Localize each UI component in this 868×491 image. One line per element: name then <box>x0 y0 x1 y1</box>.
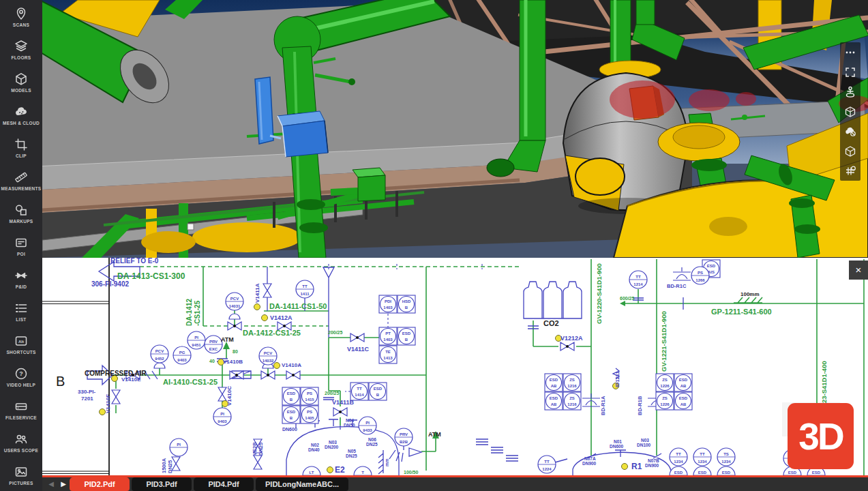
valve-icon <box>14 268 29 283</box>
grid-measure-button[interactable] <box>840 161 860 181</box>
tab-pid3[interactable]: PID3.Pdf <box>132 477 192 491</box>
svg-text:1226: 1226 <box>660 384 670 388</box>
svg-text:1224: 1224 <box>542 467 552 471</box>
svg-text:BD-R1A: BD-R1A <box>600 396 606 415</box>
svg-text:ESD: ESD <box>722 471 731 475</box>
sidebar-item-pictures[interactable]: PICTURES <box>0 458 42 491</box>
svg-text:330-PI-: 330-PI- <box>78 389 96 395</box>
svg-text:PRV: PRV <box>400 432 408 436</box>
svg-text:ESD: ESD <box>698 471 707 475</box>
svg-text:DN40: DN40 <box>308 447 320 452</box>
fullscreen-button[interactable] <box>840 62 860 82</box>
svg-text:PG: PG <box>179 351 185 355</box>
sidebar-item-pid[interactable]: P&ID <box>0 262 42 295</box>
sidebar-item-shortcuts[interactable]: Alt SHORTCUTS <box>0 327 42 360</box>
pid-panel[interactable]: PDI1403HSDBPT1403ESDBTE1413TT1414ESDBESD… <box>42 258 868 475</box>
svg-text:PCV: PCV <box>155 349 164 353</box>
grid-measure-icon <box>843 164 857 178</box>
svg-text:200/25: 200/25 <box>328 330 343 335</box>
tabs-scroll-left-button[interactable]: ◀ <box>45 477 57 490</box>
model-cube-icon <box>843 145 857 158</box>
svg-text:N04: N04 <box>346 418 354 423</box>
svg-text:306-PI-9402: 306-PI-9402 <box>91 280 129 288</box>
svg-text:HSD: HSD <box>402 299 411 303</box>
sidebar-item-clip[interactable]: CLIP <box>0 131 42 164</box>
sidebar-item-fileservice[interactable]: FILESERVICE <box>0 393 42 426</box>
list-icon <box>14 301 29 316</box>
svg-text:DN900: DN900 <box>645 463 659 468</box>
svg-text:RELIEF TO E-0: RELIEF TO E-0 <box>110 258 159 265</box>
svg-text:V1410E: V1410E <box>121 376 141 383</box>
svg-text:T: T <box>361 471 364 475</box>
svg-text:ID1211: ID1211 <box>614 371 620 387</box>
tab-pid-long-name[interactable]: PIDLongNameABC... <box>256 477 348 491</box>
sidebar-item-markups[interactable]: MARKUPS <box>0 196 42 229</box>
svg-text:PRV: PRV <box>209 340 218 344</box>
svg-text:BD-R1C: BD-R1C <box>667 283 687 289</box>
svg-text:N02: N02 <box>311 443 319 447</box>
svg-text:PS: PS <box>307 391 312 396</box>
sidebar-item-label: USERS SCOPE <box>4 448 38 453</box>
more-button[interactable] <box>840 42 860 62</box>
svg-text:ESD: ESD <box>679 396 688 400</box>
more-icon <box>843 46 857 59</box>
close-pid-button[interactable]: × <box>849 261 868 280</box>
svg-text:DN600: DN600 <box>610 444 624 449</box>
document-tabbar: ◀ ▶ PID2.Pdf PID3.Pdf PID4.Pdf PIDLongNa… <box>42 475 868 491</box>
sidebar-item-measurements[interactable]: MEASUREMENTS <box>0 164 42 196</box>
svg-text:?: ? <box>19 370 23 377</box>
box-view-icon <box>843 105 857 119</box>
svg-text:1500A: 1500A <box>161 458 167 473</box>
sidebar-item-floors[interactable]: FLOORS <box>0 33 42 65</box>
svg-text:TT: TT <box>635 275 641 279</box>
svg-text:N03: N03 <box>329 440 337 445</box>
sidebar-item-video-help[interactable]: ? VIDEO HELP <box>0 360 42 393</box>
svg-text:9452: 9452 <box>155 357 164 361</box>
sidebar-item-label: CLIP <box>16 153 27 158</box>
svg-text:PDI: PDI <box>385 299 391 303</box>
viewport-3d[interactable] <box>42 0 868 258</box>
walk-mode-button[interactable] <box>840 82 860 102</box>
svg-text:V1410C: V1410C <box>226 386 233 406</box>
crop-icon <box>14 137 29 152</box>
svg-text:BD-R1B: BD-R1B <box>637 396 643 415</box>
svg-text:GV-1221-S41D1-900: GV-1221-S41D1-900 <box>660 311 668 372</box>
model-cube-button[interactable] <box>840 141 860 161</box>
sidebar-item-label: MESH & CLOUD <box>3 121 40 125</box>
svg-text:N07B: N07B <box>648 458 659 463</box>
tab-pid4[interactable]: PID4.Pdf <box>194 477 254 491</box>
svg-text:1216: 1216 <box>567 402 577 406</box>
svg-text:ESD: ESD <box>402 331 411 336</box>
sidebar-item-label: PICTURES <box>9 481 33 486</box>
sidebar-item-label: FILESERVICE <box>5 415 37 420</box>
svg-text:N05: N05 <box>348 449 356 453</box>
svg-text:B: B <box>376 393 380 397</box>
svg-text:7201: 7201 <box>81 396 93 402</box>
svg-text:ZS: ZS <box>569 378 575 382</box>
svg-text:V1412A: V1412A <box>270 314 293 321</box>
sidebar-item-scans[interactable]: SCANS <box>0 0 42 33</box>
tab-pid2[interactable]: PID2.Pdf <box>70 477 130 491</box>
svg-text:V1411A: V1411A <box>254 283 260 303</box>
sidebar-item-list[interactable]: LIST <box>0 295 42 327</box>
sidebar-item-label: SCANS <box>13 23 29 27</box>
sidebar-item-models[interactable]: MODELS <box>0 65 42 98</box>
sidebar-item-users-scope[interactable]: USERS SCOPE <box>0 426 42 458</box>
svg-text:GP-1211-S41-600: GP-1211-S41-600 <box>711 308 772 316</box>
sidebar-item-mesh-cloud[interactable]: MESH & CLOUD <box>0 98 42 131</box>
tabs-scroll-right-button[interactable]: ▶ <box>57 477 70 490</box>
svg-text:AB: AB <box>680 384 687 388</box>
svg-text:Alt: Alt <box>18 339 24 343</box>
point-cloud-button[interactable] <box>840 121 860 141</box>
box-view-button[interactable] <box>840 102 860 121</box>
svg-text:TS: TS <box>723 452 729 456</box>
svg-text:ESD: ESD <box>550 396 558 400</box>
svg-text:TT: TT <box>700 452 705 456</box>
svg-text:1405: 1405 <box>305 416 314 420</box>
svg-text:TT: TT <box>302 284 308 288</box>
svg-text:PT: PT <box>385 331 391 336</box>
sidebar-item-label: POI <box>17 252 25 256</box>
svg-text:14031: 14031 <box>229 304 241 308</box>
svg-text:DN200: DN200 <box>325 445 339 449</box>
sidebar-item-poi[interactable]: POI <box>0 229 42 262</box>
